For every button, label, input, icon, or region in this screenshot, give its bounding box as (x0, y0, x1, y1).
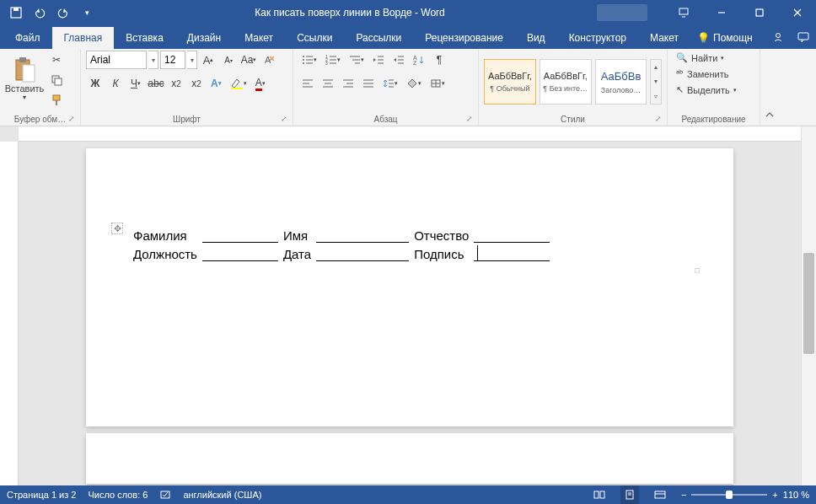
account-area[interactable] (597, 4, 647, 21)
font-color-icon[interactable]: A▾ (252, 74, 269, 93)
qat-more-icon[interactable]: ▾ (76, 2, 98, 24)
form-table[interactable]: Фамилия Имя Отчество Должность Дата Подп… (128, 224, 551, 263)
format-painter-icon[interactable] (47, 91, 66, 110)
borders-icon[interactable]: ▾ (427, 74, 448, 93)
align-left-icon[interactable] (298, 74, 317, 93)
zoom-in-icon[interactable]: + (772, 490, 777, 500)
scroll-thumb[interactable] (803, 253, 814, 354)
increase-indent-icon[interactable] (389, 51, 408, 69)
tab-review[interactable]: Рецензирование (413, 27, 515, 49)
styles-expand[interactable]: ▴▾▿ (650, 59, 662, 105)
subscript-icon[interactable]: x2 (167, 74, 185, 93)
font-size-input[interactable] (160, 51, 185, 69)
tab-design[interactable]: Дизайн (175, 27, 233, 49)
pilcrow-icon[interactable]: ¶ (430, 51, 448, 69)
ribbon-options-icon[interactable] (664, 0, 702, 25)
align-center-icon[interactable] (319, 74, 337, 93)
italic-icon[interactable]: К (106, 74, 125, 93)
zoom-thumb[interactable] (726, 491, 733, 499)
status-language[interactable]: английский (США) (183, 490, 261, 500)
font-name-dd[interactable]: ▾ (148, 51, 158, 69)
line-surname[interactable] (202, 226, 278, 243)
bullets-icon[interactable]: ▾ (298, 51, 320, 69)
style-heading1[interactable]: АаБбВвЗаголово… (595, 59, 647, 105)
clear-format-icon[interactable]: A (260, 51, 278, 69)
view-print-icon[interactable] (620, 485, 639, 504)
underline-icon[interactable]: Ч▾ (126, 74, 145, 93)
share-icon[interactable] (765, 25, 791, 49)
paste-button[interactable]: Вставить ▾ (5, 51, 44, 106)
table-row: Фамилия Имя Отчество (130, 226, 550, 243)
view-read-icon[interactable] (590, 485, 609, 504)
font-size-dd[interactable]: ▾ (187, 51, 197, 69)
grow-font-icon[interactable]: A▴ (199, 51, 217, 69)
maximize-icon[interactable] (740, 0, 778, 25)
collapse-ribbon-icon[interactable] (762, 107, 777, 122)
vertical-ruler[interactable] (0, 142, 19, 485)
tell-me[interactable]: 💡Помощн (690, 27, 760, 49)
horizontal-ruler[interactable] (19, 126, 801, 142)
status-page[interactable]: Страница 1 из 2 (7, 490, 76, 500)
minimize-icon[interactable] (702, 0, 740, 25)
justify-icon[interactable] (359, 74, 378, 93)
document-page[interactable]: ✥ Фамилия Имя Отчество Должность Дата По… (86, 148, 733, 426)
tab-tabletools-design[interactable]: Конструктор (557, 27, 638, 49)
tab-insert[interactable]: Вставка (114, 27, 175, 49)
find-button[interactable]: 🔍Найти ▾ (673, 51, 740, 65)
style-normal[interactable]: АаБбВвГг,¶ Обычный (484, 59, 536, 105)
vertical-scrollbar[interactable] (801, 126, 816, 485)
tab-mailings[interactable]: Рассылки (344, 27, 413, 49)
text-effects-icon[interactable]: A▾ (207, 74, 225, 93)
redo-icon[interactable] (52, 2, 74, 24)
numbering-icon[interactable]: 123▾ (322, 51, 344, 69)
status-proofing-icon[interactable] (159, 488, 171, 501)
group-font-label: Шрифт (173, 115, 201, 124)
change-case-icon[interactable]: Aa▾ (239, 51, 258, 69)
font-launcher[interactable]: ⤢ (281, 115, 287, 123)
zoom-slider[interactable] (691, 494, 767, 496)
line-name[interactable] (316, 226, 409, 243)
tab-file[interactable]: Файл (3, 27, 52, 49)
comments-icon[interactable] (791, 25, 816, 49)
save-icon[interactable] (5, 2, 27, 24)
sort-icon[interactable]: AZ (410, 51, 428, 69)
paragraph-launcher[interactable]: ⤢ (466, 115, 473, 123)
superscript-icon[interactable]: x2 (187, 74, 206, 93)
zoom-out-icon[interactable]: − (681, 490, 686, 500)
copy-icon[interactable] (47, 71, 66, 89)
zoom-level[interactable]: 110 % (783, 490, 809, 500)
style-nospacing[interactable]: АаБбВвГг,¶ Без инте… (540, 59, 592, 105)
bold-icon[interactable]: Ж (86, 74, 105, 93)
line-signature[interactable] (474, 244, 550, 261)
cut-icon[interactable]: ✂ (47, 51, 66, 69)
strikethrough-icon[interactable]: abc (147, 74, 165, 93)
status-words[interactable]: Число слов: 6 (88, 490, 148, 500)
line-date[interactable] (316, 244, 409, 261)
line-spacing-icon[interactable]: ▾ (379, 74, 401, 93)
svg-rect-4 (756, 9, 763, 16)
document-page-2[interactable] (86, 433, 733, 484)
tab-references[interactable]: Ссылки (285, 27, 344, 49)
line-patronymic[interactable] (474, 226, 550, 243)
undo-icon[interactable] (29, 2, 51, 24)
table-anchor-icon[interactable]: ✥ (111, 223, 123, 234)
decrease-indent-icon[interactable] (369, 51, 388, 69)
clipboard-launcher[interactable]: ⤢ (68, 115, 75, 123)
multilevel-icon[interactable]: ▾ (346, 51, 368, 69)
shading-icon[interactable]: ▾ (403, 74, 425, 93)
shrink-font-icon[interactable]: A▾ (219, 51, 238, 69)
group-editing-label: Редактирование (681, 115, 745, 124)
align-right-icon[interactable] (339, 74, 357, 93)
tab-view[interactable]: Вид (515, 27, 557, 49)
styles-launcher[interactable]: ⤢ (655, 115, 662, 123)
close-icon[interactable] (778, 0, 816, 25)
tab-layout[interactable]: Макет (233, 27, 285, 49)
tab-home[interactable]: Главная (52, 27, 115, 49)
view-web-icon[interactable] (651, 485, 669, 504)
highlight-icon[interactable]: ▾ (227, 74, 250, 93)
select-button[interactable]: ↖Выделить ▾ (673, 83, 740, 97)
line-position[interactable] (202, 244, 278, 261)
font-name-input[interactable] (86, 51, 147, 69)
tab-tabletools-layout[interactable]: Макет (638, 27, 690, 49)
replace-button[interactable]: ᵃᵇЗаменить (673, 67, 740, 81)
